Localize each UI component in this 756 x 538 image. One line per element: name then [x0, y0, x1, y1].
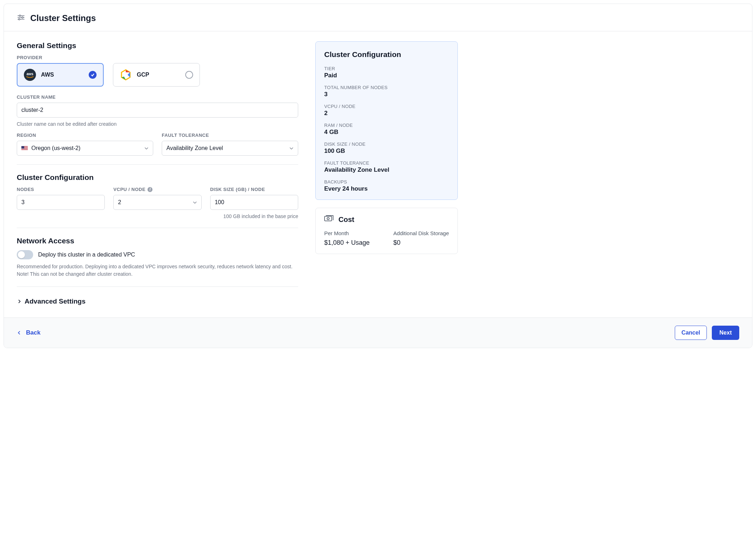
cost-per-month-value: $1,080 + Usage [324, 239, 385, 247]
disk-size-input[interactable] [210, 195, 298, 210]
cost-summary: Cost Per Month $1,080 + Usage Additional… [315, 208, 458, 254]
general-settings-title: General Settings [17, 41, 298, 50]
summary-vcpu-value: 2 [324, 110, 449, 117]
summary-ram-value: 4 GB [324, 129, 449, 136]
info-icon: i [147, 187, 152, 192]
dedicated-vpc-toggle[interactable] [17, 250, 33, 259]
back-label: Back [26, 329, 41, 336]
provider-aws-label: AWS [41, 72, 54, 78]
svg-point-3 [22, 17, 23, 18]
fault-tolerance-value: Availability Zone Level [166, 145, 223, 151]
summary-panel: Cluster Configuration TierPaid Total Num… [315, 41, 458, 307]
summary-backups-value: Every 24 hours [324, 185, 449, 192]
region-value: Oregon (us-west-2) [31, 145, 81, 151]
summary-nodes-label: Total Number of Nodes [324, 85, 449, 90]
flag-us-icon [21, 146, 28, 150]
cluster-config-summary: Cluster Configuration TierPaid Total Num… [315, 41, 458, 200]
summary-tier-label: Tier [324, 66, 449, 71]
provider-option-aws[interactable]: aws AWS [17, 63, 104, 87]
provider-option-gcp[interactable]: GCP [113, 63, 200, 87]
provider-label: Provider [17, 55, 298, 60]
summary-fault-value: Availability Zone Level [324, 166, 449, 174]
cost-disk-label: Additional Disk Storage [393, 230, 449, 236]
chevron-down-icon [289, 146, 294, 151]
dedicated-vpc-desc: Recommended for production. Deploying in… [17, 263, 298, 278]
back-button[interactable]: Back [17, 329, 41, 336]
svg-text:aws: aws [27, 72, 33, 76]
cluster-name-input[interactable] [17, 103, 298, 118]
settings-icon [17, 13, 25, 23]
fault-tolerance-select[interactable]: Availability Zone Level [162, 141, 298, 156]
summary-fault-label: Fault Tolerance [324, 160, 449, 166]
cluster-settings-page: Cluster Settings General Settings Provid… [4, 4, 752, 348]
svg-point-13 [327, 218, 329, 220]
cluster-name-hint: Cluster name can not be edited after cre… [17, 121, 298, 127]
cost-per-month-label: Per Month [324, 230, 385, 236]
summary-vcpu-label: vCPU / Node [324, 104, 449, 109]
svg-point-1 [19, 15, 21, 16]
advanced-settings-label: Advanced Settings [25, 298, 86, 305]
cost-disk-value: $0 [393, 239, 449, 247]
svg-rect-12 [325, 216, 332, 221]
summary-disk-value: 100 GB [324, 148, 449, 155]
summary-tier-value: Paid [324, 72, 449, 79]
cost-icon [324, 215, 333, 224]
cluster-name-label: Cluster Name [17, 94, 298, 100]
chevron-down-icon [192, 200, 197, 205]
summary-backups-label: Backups [324, 179, 449, 185]
summary-ram-label: RAM / Node [324, 123, 449, 128]
summary-nodes-value: 3 [324, 91, 449, 98]
vcpu-label: vCPU / Node i [113, 187, 201, 192]
dedicated-vpc-label: Deploy this cluster in a dedicated VPC [38, 252, 135, 258]
cancel-button[interactable]: Cancel [675, 326, 707, 340]
nodes-input[interactable] [17, 195, 105, 210]
svg-point-5 [19, 19, 20, 20]
fault-tolerance-label: Fault Tolerance [162, 133, 298, 138]
page-footer: Back Cancel Next [4, 317, 752, 348]
next-button[interactable]: Next [712, 326, 739, 340]
provider-gcp-label: GCP [137, 72, 149, 78]
cluster-config-title: Cluster Configuration [17, 173, 298, 182]
disk-size-label: Disk Size (GB) / Node [210, 187, 298, 192]
page-title: Cluster Settings [30, 13, 96, 23]
settings-form: General Settings Provider aws AWS G [17, 41, 298, 307]
summary-disk-label: Disk Size / Node [324, 141, 449, 147]
radio-unchecked-icon [185, 71, 193, 79]
region-select[interactable]: Oregon (us-west-2) [17, 141, 153, 156]
vcpu-value: 2 [118, 199, 121, 206]
cost-title: Cost [338, 216, 354, 224]
page-header: Cluster Settings [4, 4, 752, 31]
region-label: Region [17, 133, 153, 138]
chevron-left-icon [17, 330, 22, 335]
radio-checked-icon [89, 71, 97, 79]
chevron-down-icon [144, 146, 149, 151]
network-access-title: Network Access [17, 237, 298, 245]
vcpu-select[interactable]: 2 [113, 195, 201, 210]
gcp-icon [120, 69, 132, 81]
summary-title: Cluster Configuration [324, 50, 449, 59]
svg-marker-10 [128, 72, 130, 77]
aws-icon: aws [24, 69, 36, 81]
advanced-settings-toggle[interactable]: Advanced Settings [17, 295, 298, 307]
chevron-right-icon [17, 299, 22, 304]
nodes-label: Nodes [17, 187, 105, 192]
toggle-knob [18, 251, 25, 258]
disk-size-hint: 100 GB included in the base price [210, 213, 298, 219]
